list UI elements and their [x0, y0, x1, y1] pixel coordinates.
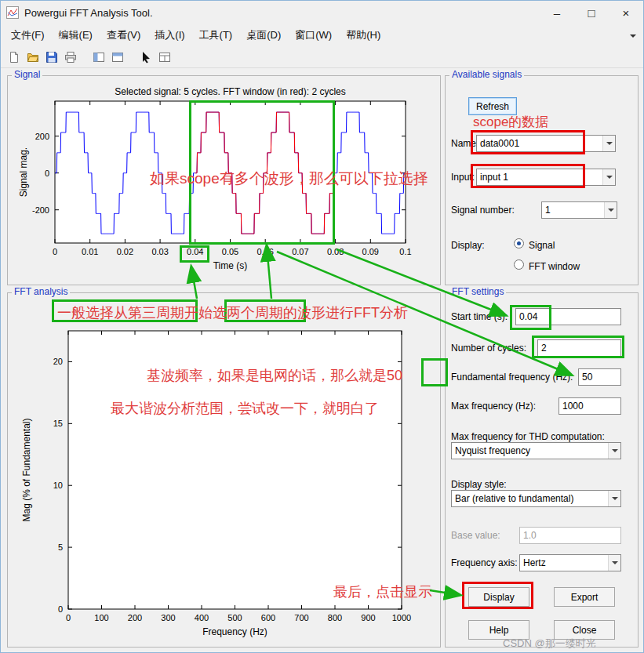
- svg-text:Mag (% of Fundamental): Mag (% of Fundamental): [21, 418, 32, 521]
- refresh-button[interactable]: Refresh: [468, 97, 517, 115]
- available-signals-panel: Available signals Refresh Name: data0001…: [445, 75, 639, 285]
- open-folder-icon[interactable]: [24, 48, 42, 67]
- titlebar: Powergui FFT Analysis Tool. – □ ×: [1, 1, 643, 24]
- svg-text:200: 200: [35, 132, 49, 141]
- svg-text:0.05: 0.05: [222, 247, 238, 256]
- plot-tools-top-icon[interactable]: [108, 48, 126, 67]
- frequency-axis-select[interactable]: Hertz: [519, 554, 621, 571]
- svg-text:800: 800: [328, 613, 342, 622]
- svg-text:Time (s): Time (s): [213, 260, 248, 271]
- fft-analysis-panel-title: FFT analysis: [12, 286, 70, 297]
- frequency-axis-value: Hertz: [520, 557, 608, 568]
- chevron-down-icon: [608, 443, 620, 459]
- menu-edit[interactable]: 编辑(E): [52, 25, 100, 45]
- svg-text:0.03: 0.03: [151, 247, 168, 256]
- name-label: Name:: [451, 138, 478, 149]
- svg-text:700: 700: [294, 613, 308, 622]
- input-label: Input:: [451, 172, 475, 183]
- close-button[interactable]: ×: [609, 1, 643, 24]
- export-button[interactable]: Export: [554, 587, 615, 607]
- signal-number-select[interactable]: 1: [541, 201, 617, 219]
- close-fft-button[interactable]: Close: [554, 620, 615, 640]
- save-icon[interactable]: [42, 48, 60, 67]
- radio-fft-window-label: FFT window: [529, 261, 580, 272]
- chevron-down-icon: [602, 169, 615, 185]
- svg-text:10: 10: [53, 481, 63, 490]
- fundamental-frequency-label: Fundamental frequency (Hz):: [451, 372, 573, 383]
- svg-text:0.1: 0.1: [399, 247, 411, 256]
- window-title: Powergui FFT Analysis Tool.: [24, 7, 540, 19]
- fundamental-frequency-input[interactable]: [578, 368, 621, 386]
- name-value: data0001: [477, 138, 602, 149]
- plot-tools-left-icon[interactable]: [89, 48, 107, 67]
- menu-desktop[interactable]: 桌面(D): [239, 25, 288, 45]
- radio-signal-label: Signal: [529, 240, 555, 251]
- svg-text:0.04: 0.04: [187, 247, 203, 256]
- chevron-down-icon: [608, 491, 620, 506]
- signal-number-value: 1: [542, 205, 604, 216]
- maximize-button[interactable]: □: [574, 1, 609, 24]
- svg-text:0.01: 0.01: [82, 247, 98, 256]
- menu-file[interactable]: 文件(F): [4, 25, 52, 45]
- menubar: 文件(F) 编辑(E) 查看(V) 插入(I) 工具(T) 桌面(D) 窗口(W…: [1, 24, 643, 46]
- window-layout-icon[interactable]: [155, 48, 173, 67]
- powergui-fft-analysis-window: Powergui FFT Analysis Tool. – □ × 文件(F) …: [0, 0, 644, 653]
- chevron-down-icon: [608, 555, 620, 571]
- chevron-down-icon: [604, 202, 617, 218]
- menu-window[interactable]: 窗口(W): [288, 25, 339, 45]
- base-value-label: Base value:: [451, 530, 500, 541]
- menu-help[interactable]: 帮助(H): [339, 25, 387, 45]
- thd-max-frequency-select[interactable]: Nyquist frequency: [451, 442, 621, 459]
- display-button[interactable]: Display: [468, 587, 529, 607]
- cycles-input[interactable]: [537, 339, 621, 357]
- svg-text:200: 200: [128, 613, 142, 622]
- help-button[interactable]: Help: [468, 620, 529, 640]
- input-select[interactable]: input 1: [476, 169, 616, 186]
- base-value-input: [519, 527, 621, 544]
- name-select[interactable]: data0001: [476, 135, 616, 152]
- svg-text:0.06: 0.06: [257, 247, 273, 256]
- svg-text:Signal mag.: Signal mag.: [18, 147, 29, 197]
- chevron-down-icon: [602, 136, 615, 151]
- max-frequency-label: Max frequency (Hz):: [451, 401, 536, 412]
- thd-max-frequency-value: Nyquist frequency: [452, 445, 608, 456]
- svg-text:0: 0: [58, 604, 63, 614]
- fft-analysis-panel: FFT analysis 010020030040050060070080090…: [7, 292, 441, 648]
- frequency-axis-label: Frequency axis:: [451, 557, 518, 568]
- menu-collapse-icon[interactable]: [630, 34, 636, 41]
- start-time-label: Start time (s):: [451, 311, 508, 322]
- radio-fft-window[interactable]: [514, 259, 524, 270]
- svg-text:1000: 1000: [392, 613, 411, 622]
- svg-text:5: 5: [58, 542, 63, 552]
- menu-view[interactable]: 查看(V): [100, 25, 147, 45]
- new-document-icon[interactable]: [5, 48, 23, 67]
- svg-text:0: 0: [45, 169, 49, 178]
- start-time-input[interactable]: [515, 308, 621, 325]
- svg-text:0: 0: [53, 247, 57, 256]
- svg-text:0.08: 0.08: [327, 247, 344, 256]
- display-style-select[interactable]: Bar (relative to fundamental): [451, 490, 621, 507]
- signal-panel-title: Signal: [12, 69, 42, 80]
- cycles-label: Number of cycles:: [451, 343, 526, 354]
- display-label: Display:: [451, 240, 485, 251]
- svg-text:20: 20: [53, 357, 63, 366]
- print-icon[interactable]: [61, 48, 79, 67]
- menu-insert[interactable]: 插入(I): [147, 25, 191, 45]
- thd-max-frequency-label: Max frequency for THD computation:: [451, 431, 605, 442]
- signal-plot: 00.010.020.030.040.050.060.070.080.090.1…: [17, 82, 437, 282]
- radio-signal[interactable]: [514, 238, 524, 249]
- signal-number-label: Signal number:: [451, 205, 515, 216]
- arrow-cursor-icon[interactable]: [136, 48, 155, 67]
- svg-text:600: 600: [261, 613, 275, 622]
- svg-text:300: 300: [161, 613, 175, 622]
- svg-text:Frequency (Hz): Frequency (Hz): [202, 626, 267, 637]
- svg-text:400: 400: [195, 613, 209, 622]
- menu-tools[interactable]: 工具(T): [192, 25, 240, 45]
- fft-settings-panel-title: FFT settings: [449, 286, 506, 297]
- minimize-button[interactable]: –: [540, 1, 574, 24]
- fft-analysis-plot: 0100200300400500600700800900100005101520…: [17, 304, 437, 647]
- max-frequency-input[interactable]: [558, 397, 621, 415]
- display-style-value: Bar (relative to fundamental): [452, 493, 608, 504]
- fft-settings-panel: FFT settings Start time (s): Number of c…: [445, 292, 639, 648]
- svg-text:Selected signal: 5 cycles. FFT: Selected signal: 5 cycles. FFT window (i…: [115, 86, 346, 97]
